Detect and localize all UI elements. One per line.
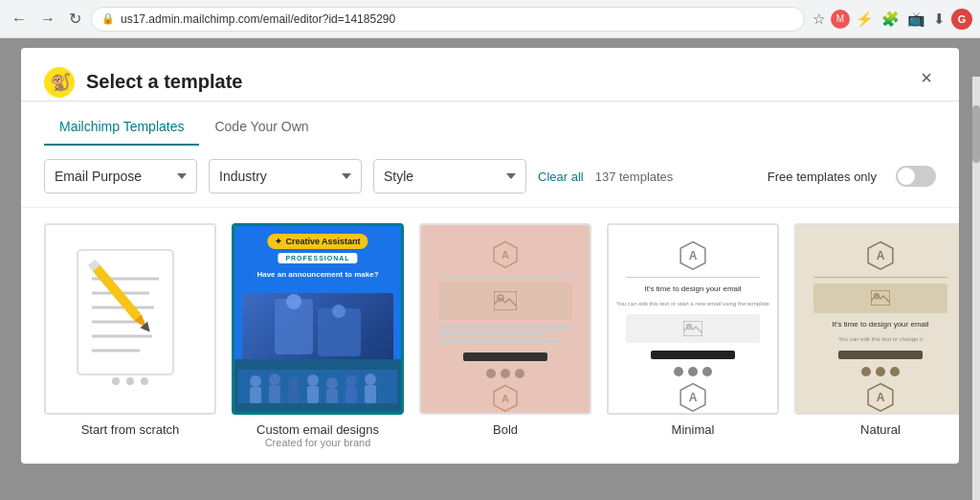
svg-point-13 [112, 377, 120, 385]
free-templates-toggle[interactable] [896, 166, 936, 187]
template-scratch[interactable]: Start from scratch [44, 223, 216, 448]
svg-point-20 [250, 375, 261, 387]
modal-header: 🐒 Select a template × [21, 48, 959, 102]
natural-preview-wrap: A It's time to design your email You can… [794, 223, 959, 415]
bold-preview-wrap: A [419, 223, 591, 415]
bookmark-button[interactable]: ☆ [811, 9, 827, 30]
industry-select[interactable]: Industry E-commerce Nonprofit Restaurant [209, 159, 362, 193]
extensions-button[interactable]: M [831, 10, 850, 29]
minimal-preview-wrap: A It's time to design your email You can… [607, 223, 779, 415]
url-text: us17.admin.mailchimp.com/email/editor?id… [121, 12, 395, 26]
filters-row: Email Purpose Newsletter Announcement Pr… [21, 146, 959, 208]
scrollbar[interactable] [972, 77, 980, 500]
svg-text:A: A [689, 249, 698, 262]
browser-icons: ☆ M ⚡ 🧩 📺 ⬇ G [811, 9, 972, 30]
minimal-label: Minimal [607, 422, 779, 437]
svg-text:A: A [877, 392, 885, 405]
template-bold[interactable]: A [419, 223, 591, 448]
bold-social-dots [486, 369, 524, 378]
select-template-modal: 🐒 Select a template × Mailchimp Template… [21, 48, 959, 464]
bold-label: Bold [419, 422, 591, 437]
natural-social-dots [861, 367, 900, 376]
svg-point-15 [141, 377, 148, 385]
ca-photo-inner [242, 293, 393, 360]
cast-button[interactable]: 📺 [905, 9, 927, 30]
minimal-hex-icon: A [673, 240, 713, 271]
svg-rect-29 [326, 389, 338, 403]
template-creative[interactable]: ✦ Creative Assistant PROFESSIONAL Have a… [232, 223, 404, 448]
modal-overlay: 🐒 Select a template × Mailchimp Template… [0, 38, 980, 500]
creative-preview: ✦ Creative Assistant PROFESSIONAL Have a… [234, 226, 401, 412]
minimal-preview: A It's time to design your email You can… [609, 225, 777, 413]
scratch-preview-wrap [44, 223, 216, 415]
address-bar[interactable]: 🔒 us17.admin.mailchimp.com/email/editor?… [91, 7, 805, 32]
lock-icon: 🔒 [101, 12, 115, 25]
template-natural[interactable]: A It's time to design your email You can… [794, 223, 959, 448]
bold-hex-icon-bottom: A [485, 384, 525, 413]
svg-point-32 [365, 374, 376, 385]
svg-rect-23 [269, 385, 280, 403]
svg-point-26 [307, 375, 319, 386]
minimal-social-dots [674, 367, 712, 376]
crowd-svg [238, 370, 397, 403]
natural-hex-icon-bottom: A [860, 382, 901, 413]
ca-crowd [238, 370, 397, 403]
svg-text:A: A [689, 392, 698, 405]
style-select[interactable]: Style Bold Minimal Natural [373, 159, 526, 193]
minimal-hex-icon-bottom: A [673, 382, 713, 413]
svg-point-22 [269, 374, 280, 385]
mailchimp-logo: 🐒 [44, 67, 75, 98]
scratch-preview [46, 225, 214, 413]
bold-text-lines [438, 326, 573, 343]
ca-businesspeople [246, 294, 390, 359]
natural-label: Natural [794, 422, 959, 437]
svg-rect-33 [365, 385, 376, 403]
email-purpose-select[interactable]: Email Purpose Newsletter Announcement Pr… [44, 159, 197, 193]
svg-rect-21 [250, 387, 261, 403]
scroll-thumb[interactable] [972, 105, 980, 163]
lightning-button[interactable]: ⚡ [854, 9, 876, 30]
ca-photo [242, 293, 393, 360]
puzzle-button[interactable]: 🧩 [880, 9, 902, 30]
svg-text:A: A [501, 393, 509, 404]
forward-button[interactable]: → [36, 9, 59, 30]
download-button[interactable]: ⬇ [931, 9, 947, 30]
svg-rect-27 [307, 386, 319, 403]
templates-grid: Start from scratch ✦ Creative Assistant … [21, 208, 959, 464]
tab-code-your-own[interactable]: Code Your Own [199, 109, 323, 146]
creative-assistant-badge: ✦ Creative Assistant [267, 234, 368, 249]
natural-image-icon [871, 290, 890, 306]
template-minimal[interactable]: A It's time to design your email You can… [607, 223, 779, 448]
svg-rect-25 [288, 388, 300, 403]
professional-badge: PROFESSIONAL [278, 253, 357, 263]
svg-point-17 [286, 294, 301, 309]
svg-point-19 [332, 305, 345, 318]
image-placeholder-icon [494, 291, 517, 310]
tabs-container: Mailchimp Templates Code Your Own [21, 109, 959, 146]
modal-title: Select a template [86, 71, 242, 93]
tab-mailchimp-templates[interactable]: Mailchimp Templates [44, 109, 199, 146]
svg-point-24 [288, 376, 300, 388]
close-button[interactable]: × [917, 63, 936, 93]
svg-point-28 [326, 377, 338, 389]
bold-preview: A [421, 225, 590, 413]
svg-point-30 [345, 375, 357, 387]
ca-headline: Have an announcement to make? [234, 270, 401, 280]
ca-bottom [234, 359, 401, 412]
template-count: 137 templates [595, 170, 674, 184]
creative-preview-wrap: ✦ Creative Assistant PROFESSIONAL Have a… [232, 223, 404, 415]
reload-button[interactable]: ↻ [65, 8, 85, 30]
profile-avatar[interactable]: G [951, 9, 972, 30]
svg-text:A: A [877, 249, 885, 262]
minimal-image-icon [683, 321, 702, 336]
natural-preview: A It's time to design your email You can… [796, 225, 959, 413]
svg-rect-31 [345, 387, 357, 403]
natural-hex-icon: A [860, 240, 901, 271]
free-templates-label: Free templates only [768, 170, 877, 184]
svg-point-14 [126, 377, 134, 385]
browser-chrome: ← → ↻ 🔒 us17.admin.mailchimp.com/email/e… [0, 0, 980, 38]
creative-sublabel: Created for your brand [232, 437, 404, 448]
back-button[interactable]: ← [8, 9, 31, 30]
clear-all-button[interactable]: Clear all [538, 170, 584, 184]
scratch-label: Start from scratch [44, 422, 216, 437]
